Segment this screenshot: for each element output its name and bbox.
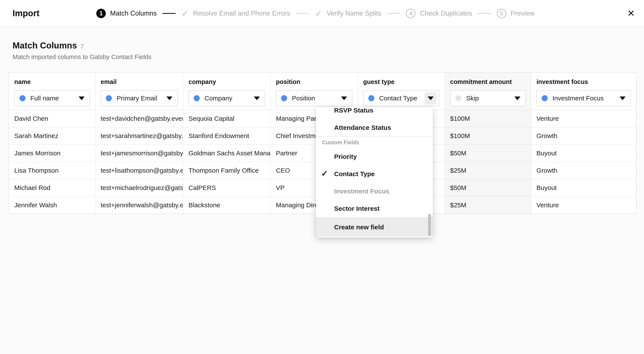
step-number-badge: 5 [497,9,506,18]
step-label: Preview [511,10,534,17]
cell-name: Michael Rod [9,180,96,196]
step-label: Check Duplicates [420,10,472,17]
field-mapping-select[interactable]: Contact Type [363,90,439,106]
cell-investment-focus: Venture [531,110,636,127]
step-separator [162,13,176,14]
chevron-down-icon [78,96,84,100]
dropdown-item-label: Attendance Status [334,124,391,131]
dropdown-section-label: Custom Fields [316,137,433,148]
field-dropdown-menu: RSVP StatusAttendance StatusCustom Field… [316,107,433,238]
cell-email: test+davidchen@gatsby.even [96,110,183,127]
section-title: Match Columns [12,41,77,50]
page-title: Import [12,8,40,18]
selected-check-icon: ✓ [321,170,328,178]
step-check-icon: ✓ [315,9,322,18]
selected-field-label: Primary Email [117,94,162,102]
dropdown-items: RSVP StatusAttendance StatusCustom Field… [316,107,433,237]
cell-investment-focus: Growth [531,162,636,179]
step-preview[interactable]: 5Preview [497,9,534,18]
caret-chip[interactable] [424,92,437,104]
mapping-dot-blue-icon [281,95,287,101]
cell-name: Lisa Thompson [9,162,96,179]
field-mapping-select[interactable]: Company [188,90,265,106]
imported-column-name: name [14,78,90,86]
dropdown-item-priority[interactable]: Priority [316,148,433,165]
cell-email: test+lisathompson@gatsby.e [96,162,183,179]
dropdown-item-label: Sector Interest [334,205,380,212]
field-mapping-select[interactable]: Full name [14,90,90,106]
cell-company: Blackstone [183,197,271,214]
cell-email: test+sarahmartinez@gatsby.e [96,128,183,144]
field-mapping-select[interactable]: Skip [450,90,526,106]
dropdown-item-investment-focus: Investment Focus [316,183,433,200]
step-match-columns[interactable]: 1Match Columns [96,9,157,18]
selected-field-label: Investment Focus [552,94,615,102]
cell-company: Stanford Endowment [183,128,271,144]
close-icon[interactable]: ✕ [624,6,638,20]
cell-name: Jennifer Walsh [9,197,96,214]
step-check-icon: ✓ [181,9,189,18]
dropdown-item-attendance-status[interactable]: Attendance Status [316,119,433,136]
step-separator [387,13,400,14]
column-header-email: emailPrimary Email [96,73,183,110]
dropdown-item-label: Priority [334,153,357,160]
step-separator [478,13,491,14]
imported-column-name: commitment amount [450,78,526,86]
field-mapping-select[interactable]: Investment Focus [536,90,631,106]
cell-commitment-amount: $25M [445,197,531,214]
mapping-dot-blue-icon [368,95,374,101]
mapping-dot-blue-icon [542,95,548,101]
mapping-dot-blue-icon [194,95,200,101]
step-number-badge: 4 [406,9,416,18]
dropdown-scrollbar-thumb[interactable] [428,214,431,236]
field-mapping-select[interactable]: Position [276,90,352,106]
imported-column-name: position [276,78,352,86]
column-header-position: positionPosition [271,73,358,110]
dropdown-item-label: Contact Type [334,170,375,178]
column-header-name: nameFull name [9,73,96,110]
table-header-row: nameFull nameemailPrimary EmailcompanyCo… [9,73,636,110]
mapping-dot-blue-icon [20,95,26,101]
step-label: Resolve Email and Phone Errors [193,10,290,17]
selected-field-label: Position [292,94,336,102]
cell-commitment-amount: $25M [445,162,531,179]
field-mapping-select[interactable]: Primary Email [100,90,178,106]
cell-investment-focus: Buyout [531,145,636,162]
dropdown-item-create-new-field[interactable]: Create new field [316,218,433,237]
cell-investment-focus: Venture [531,197,636,214]
column-header-company: companyCompany [183,73,271,110]
selected-field-label: Company [204,94,249,102]
step-label: Match Columns [110,10,157,17]
section-heading: Match Columns7 Match imported columns to… [12,41,151,60]
step-separator [296,13,310,14]
selected-field-label: Full name [30,94,74,102]
chevron-down-icon [341,96,347,100]
cell-investment-focus: Growth [531,128,636,144]
topbar: Import 1Match Columns✓Resolve Email and … [0,0,644,27]
dropdown-item-contact-type[interactable]: ✓Contact Type [316,165,433,183]
column-header-commitment-amount: commitment amountSkip [445,73,531,110]
selected-field-label: Skip [466,94,510,102]
step-resolve-email-and-phone-errors[interactable]: ✓Resolve Email and Phone Errors [181,9,290,18]
cell-commitment-amount: $50M [445,145,531,162]
dropdown-item-sector-interest[interactable]: Sector Interest [316,200,433,217]
cell-email: test+jenniferwalsh@gatsby.ev [96,197,183,214]
cell-commitment-amount: $100M [445,110,531,127]
column-header-guest-type: guest typeContact Type [358,73,445,110]
cell-commitment-amount: $100M [445,128,531,144]
imported-column-name: email [100,78,178,86]
cell-company: Thompson Family Office [183,162,271,179]
step-verify-name-splits[interactable]: ✓Verify Name Splits [315,9,382,18]
import-stepper: 1Match Columns✓Resolve Email and Phone E… [96,0,534,27]
dropdown-item-rsvp-status[interactable]: RSVP Status [316,107,433,119]
column-header-investment-focus: investment focusInvestment Focus [531,73,636,110]
selected-field-label: Contact Type [379,94,420,102]
step-check-duplicates[interactable]: 4Check Duplicates [406,9,472,18]
cell-company: CalPERS [183,180,271,196]
cell-name: David Chen [9,110,96,127]
section-subtitle: Match imported columns to Gatsby Contact… [12,54,151,60]
chevron-down-icon [620,96,626,100]
dropdown-item-label: Create new field [334,224,384,231]
dropdown-item-label: RSVP Status [334,107,373,114]
cell-commitment-amount: $50M [445,180,531,196]
